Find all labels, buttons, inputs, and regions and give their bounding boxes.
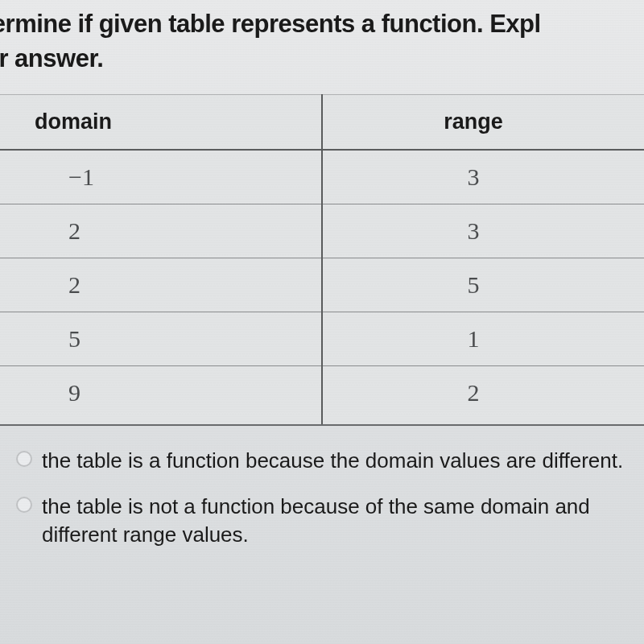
question-prompt: termine if given table represents a func…	[0, 0, 644, 76]
range-cell: 1	[322, 312, 644, 365]
data-table-wrapper: domain range −1 3 2 3 2 5 5	[0, 94, 644, 426]
question-line-2: ur answer.	[0, 41, 644, 76]
answer-text-1: the table is a function because the doma…	[42, 447, 623, 475]
domain-cell: 9	[0, 365, 322, 425]
table-row: 2 5	[0, 258, 644, 312]
answer-text-2: the table is not a function because of t…	[42, 493, 636, 549]
table-row: 2 3	[0, 204, 644, 258]
question-line-1: termine if given table represents a func…	[0, 6, 644, 41]
domain-cell: 2	[0, 258, 322, 312]
range-cell: 5	[322, 258, 644, 312]
answer-option-1[interactable]: the table is a function because the doma…	[16, 447, 636, 475]
radio-icon[interactable]	[16, 451, 32, 467]
answer-option-2[interactable]: the table is not a function because of t…	[16, 493, 636, 549]
domain-cell: 2	[0, 204, 322, 258]
table-row: 5 1	[0, 312, 644, 365]
radio-icon[interactable]	[16, 497, 32, 513]
table-row: −1 3	[0, 150, 644, 204]
table-header-row: domain range	[0, 94, 644, 150]
answer-choices: the table is a function because the doma…	[0, 447, 644, 549]
worksheet-container: termine if given table represents a func…	[0, 0, 644, 644]
domain-cell: −1	[0, 150, 322, 204]
range-column-header: range	[322, 94, 644, 150]
range-cell: 3	[322, 204, 644, 258]
table-row: 9 2	[0, 365, 644, 425]
domain-column-header: domain	[0, 94, 322, 150]
range-cell: 2	[322, 365, 644, 425]
domain-cell: 5	[0, 312, 322, 365]
domain-range-table: domain range −1 3 2 3 2 5 5	[0, 94, 644, 426]
range-cell: 3	[322, 150, 644, 204]
